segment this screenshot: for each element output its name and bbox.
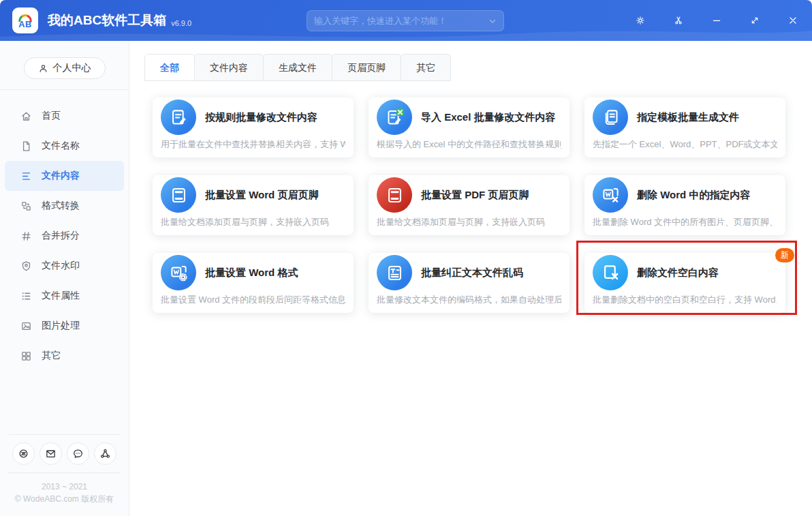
tab[interactable]: 生成文件 — [263, 54, 332, 81]
sidebar: 个人中心 首页 文件名称 文件内容 — [0, 41, 129, 516]
card-header: 导入 Excel 批量修改文件内容 — [369, 97, 569, 135]
sidebar-item[interactable]: 首页 — [0, 101, 129, 131]
other-icon — [20, 350, 32, 362]
home-icon — [20, 110, 32, 122]
app-title: 我的ABC软件工具箱 — [48, 12, 166, 29]
tab[interactable]: 页眉页脚 — [332, 54, 401, 81]
card-title: 批量设置 PDF 页眉页脚 — [421, 189, 529, 202]
doc-edit-icon — [161, 100, 196, 135]
window-controls — [621, 0, 812, 41]
card-title: 按规则批量修改文件内容 — [205, 111, 317, 124]
card-header: 批量设置 Word 页眉页脚 — [153, 175, 354, 213]
sidebar-item-label: 其它 — [42, 350, 61, 362]
feature-card[interactable]: 删除 Word 中的指定内容 批量删除 Word 文件中的所有图片、页眉页脚、超… — [584, 175, 785, 235]
tab[interactable]: 其它 — [401, 54, 451, 81]
card-description: 批量删除文档中的空白页和空白行，支持 Word、E — [593, 294, 777, 306]
sidebar-item-label: 合并拆分 — [42, 230, 80, 242]
resize-icon[interactable] — [736, 0, 774, 41]
feature-card[interactable]: 导入 Excel 批量修改文件内容 根据导入的 Excel 中的文件路径和查找替… — [369, 97, 569, 157]
feature-card[interactable]: 批量纠正文本文件乱码 批量修改文本文件的编码格式，如果自动处理后，还 — [369, 253, 569, 313]
sidebar-nav: 首页 文件名称 文件内容 格式转换 — [0, 101, 129, 371]
svg-text:e: e — [22, 450, 25, 457]
header-footer-icon — [161, 177, 196, 213]
sidebar-item[interactable]: 文件内容 — [5, 161, 124, 191]
feature-grid: 按规则批量修改文件内容 用于批量在文件中查找并替换相关内容，支持 Word 导入… — [153, 97, 785, 313]
sidebar-item[interactable]: 合并拆分 — [0, 221, 129, 251]
card-title: 批量设置 Word 格式 — [205, 267, 298, 279]
feature-card[interactable]: 按规则批量修改文件内容 用于批量在文件中查找并替换相关内容，支持 Word — [153, 97, 354, 157]
card-description: 根据导入的 Excel 中的文件路径和查找替换规则来批 — [377, 138, 561, 151]
app-window: A B 我的ABC软件工具箱 v6.9.0 — [0, 0, 812, 516]
copyright-owner: © WodeABC.com 版权所有 — [0, 493, 129, 505]
sidebar-item[interactable]: 图片处理 — [0, 311, 129, 341]
sidebar-item-label: 文件水印 — [42, 260, 80, 272]
feature-card[interactable]: 批量设置 Word 页眉页脚 批量给文档添加页眉与页脚，支持嵌入页码 — [153, 175, 354, 235]
sidebar-footer: e 2013 ~ 2021 © WodeABC.com 版权所有 — [0, 434, 129, 516]
blank-delete-icon — [593, 255, 628, 290]
sidebar-item[interactable]: 文件属性 — [0, 281, 129, 311]
tab[interactable]: 全部 — [144, 54, 195, 81]
header-footer-icon — [377, 177, 412, 213]
chat-icon[interactable] — [67, 442, 89, 465]
card-header: 按规则批量修改文件内容 — [153, 97, 354, 135]
mail-icon[interactable] — [40, 442, 62, 465]
sidebar-item[interactable]: 格式转换 — [0, 191, 129, 221]
image-icon — [20, 320, 32, 332]
card-title: 删除 Word 中的指定内容 — [637, 189, 750, 202]
file-props-icon — [20, 290, 32, 302]
file-name-icon — [20, 140, 32, 152]
sidebar-item-label: 文件属性 — [42, 290, 80, 302]
word-delete-icon — [593, 177, 628, 213]
card-header: 删除文件空白内容 — [584, 253, 785, 290]
card-description: 先指定一个 Excel、Word、PPT、PDF或文本文件作 — [593, 138, 777, 151]
profile-button[interactable]: 个人中心 — [24, 57, 106, 79]
search-box[interactable] — [307, 10, 504, 31]
feature-card[interactable]: 批量设置 Word 格式 批量设置 Word 文件的段前段后间距等格式信息 — [153, 253, 354, 313]
share-icon[interactable] — [94, 442, 116, 465]
card-title: 批量纠正文本文件乱码 — [421, 267, 523, 279]
card-title: 删除文件空白内容 — [637, 267, 719, 279]
feature-card[interactable]: 新 删除文件空白内容 批量删除文档中的空白页和空白行，支持 Word、E — [584, 253, 785, 313]
file-content-icon — [20, 170, 32, 182]
watermark-icon — [20, 260, 32, 272]
sidebar-divider — [0, 89, 129, 90]
sidebar-item[interactable]: 其它 — [0, 341, 129, 371]
card-title: 批量设置 Word 页眉页脚 — [205, 189, 318, 202]
search-input[interactable] — [314, 16, 488, 26]
scissors-icon[interactable] — [659, 0, 698, 41]
sidebar-item-label: 文件内容 — [42, 170, 80, 182]
settings-icon[interactable] — [621, 0, 659, 41]
card-header: 指定模板批量生成文件 — [584, 97, 785, 135]
svg-text:B: B — [25, 19, 31, 29]
sidebar-item-label: 格式转换 — [42, 200, 80, 212]
card-description: 批量删除 Word 文件中的所有图片、页眉页脚、超链 — [593, 216, 777, 228]
merge-split-icon — [20, 230, 32, 242]
tab[interactable]: 文件内容 — [194, 54, 264, 81]
chevron-down-icon[interactable] — [488, 17, 497, 25]
new-badge: 新 — [775, 248, 794, 262]
sidebar-item[interactable]: 文件名称 — [0, 131, 129, 161]
app-logo-icon: A B — [12, 7, 38, 33]
app-version: v6.9.0 — [171, 19, 191, 27]
sidebar-item-label: 图片处理 — [42, 320, 80, 332]
feature-card[interactable]: 批量设置 PDF 页眉页脚 批量给文档添加页眉与页脚，支持嵌入页码 — [369, 175, 569, 235]
card-description: 批量设置 Word 文件的段前段后间距等格式信息 — [161, 294, 345, 306]
doc-copy-icon — [593, 100, 628, 135]
card-header: 批量设置 PDF 页眉页脚 — [369, 175, 569, 213]
close-icon[interactable] — [774, 0, 812, 41]
sidebar-item[interactable]: 文件水印 — [0, 251, 129, 281]
svg-text:A: A — [18, 19, 25, 29]
sidebar-item-label: 首页 — [42, 110, 61, 122]
card-title: 指定模板批量生成文件 — [637, 111, 739, 124]
title-bar: A B 我的ABC软件工具箱 v6.9.0 — [0, 0, 812, 41]
feature-card[interactable]: 指定模板批量生成文件 先指定一个 Excel、Word、PPT、PDF或文本文件… — [584, 97, 785, 157]
copyright-years: 2013 ~ 2021 — [0, 481, 129, 493]
profile-label: 个人中心 — [53, 62, 91, 74]
card-title: 导入 Excel 批量修改文件内容 — [421, 111, 556, 124]
minimize-icon[interactable] — [698, 0, 736, 41]
card-description: 用于批量在文件中查找并替换相关内容，支持 Word — [161, 138, 345, 151]
text-encoding-icon — [377, 255, 412, 290]
word-format-icon — [161, 255, 196, 290]
ie-browser-icon[interactable]: e — [12, 442, 35, 465]
format-convert-icon — [20, 200, 32, 212]
